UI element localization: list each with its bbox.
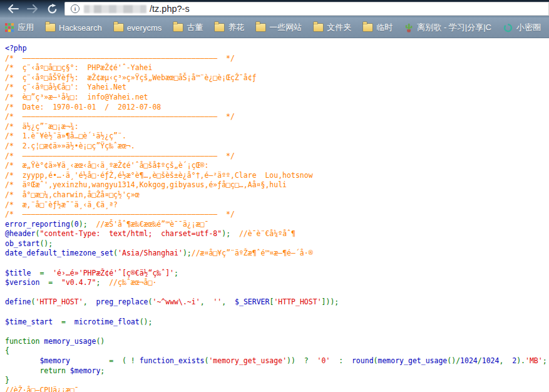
code-line [5,307,549,317]
forward-arrow-icon [27,4,38,13]
code-line [5,259,549,269]
cactus-icon [404,23,413,33]
code-line: ob_start(); [5,239,549,249]
bookmark-item-6[interactable]: 文件夹 [314,22,351,33]
bookmark-label: 一些网站 [269,22,302,33]
code-line: /* —————————————————————————————————————… [5,152,549,162]
page-info-icon[interactable]: i [71,4,80,13]
bookmark-item-9[interactable]: 小密圈 [503,22,541,33]
forward-button[interactable] [26,2,39,16]
folder-icon [173,24,183,31]
bookmark-label: 临时 [376,22,393,33]
folder-icon [314,24,323,31]
bookmark-item-7[interactable]: 临时 [363,22,393,33]
code-line: /* ç¨‹åº□å□□ç§°: PHPæŽ¢é'ˆ-Yahei [5,63,549,73]
bookmark-item-0[interactable]: 应用 [5,22,34,33]
bookmark-label: 离别歌 - 学习|分享|C [417,22,491,33]
code-line: error_reporting(0); //æŠ'åˆ¶æ‰€æœ‰é”™è¯¯… [5,220,549,230]
bookmark-label: 小密圈 [516,22,541,33]
bookmark-item-8[interactable]: 离别歌 - 学习|分享|C [404,22,491,33]
code-line: $version = "v0.4.7"; //ç‰ˆæœ¬å□· [5,278,549,288]
code-line: /* —————————————————————————————————————… [5,54,549,64]
code-line: /* zyypp,é•…·ä¸'é½å□·éƒŽ,é½æ°è¶…,è□šèš±è… [5,171,549,181]
code-line: date_default_timezone_set('Asia/Shanghai… [5,249,549,259]
code-line: } [5,376,549,386]
folder-icon [114,24,123,31]
ring-icon [503,23,513,33]
code-area: <?php/* ————————————————————————————————… [0,38,549,392]
bookmark-label: 应用 [18,22,34,33]
code-line: @header("content-Type: text/html; charse… [5,229,549,239]
bookmark-item-1[interactable]: Hacksearch [46,23,102,33]
folder-icon [215,24,224,31]
bookmark-item-5[interactable]: 一些网站 [256,22,302,33]
refresh-button[interactable] [45,2,59,16]
bookmark-label: everycms [127,23,162,33]
url-path-text[interactable]: /tz.php?-s [150,4,190,14]
browser-toolbar: i /tz.php?-s [0,0,549,18]
folder-icon [256,24,265,31]
code-line: /* —————————————————————————————————————… [5,210,549,220]
code-line: $time_start = microtime_float(); [5,317,549,328]
refresh-icon [47,4,58,14]
code-line: /* æ‚¨å□¯èƒ½æ˜¯ä¸‹ä¸€ä¸ª? [5,200,549,210]
bookmark-item-2[interactable]: everycms [114,23,162,33]
code-line: /* æ„Ÿè°¢ä»¥ä¸‹æœ‹å□‹ä¸ºæŽ¢é'ˆå□šå‡ºçš„è… [5,161,549,171]
code-line: /* —————————————————————————————————————… [5,112,549,122]
bookmark-item-3[interactable]: 古董 [173,22,203,33]
code-line: <?php [5,44,549,54]
code-line: //èŽ·å□–CPUä¿¡æ□¯ [5,386,549,392]
code-line: /* ä½¿ç”¨æ□¡æ¬¾: [5,122,549,132]
bookmarks-bar: 应用Hacksearcheverycms古董养花一些网站文件夹临时离别歌 - 学… [0,18,549,38]
code-line: return $memory; [5,366,549,376]
folder-icon [363,24,372,31]
bookmark-label: 养花 [228,22,244,33]
bookmark-item-4[interactable]: 养花 [215,22,244,33]
code-line: /* 1.è¯¥è½¯ä»¶å…□è´¹ä½¿ç”¨. [5,132,549,142]
code-line: /* ç¨‹åº□å¼€å□': Yahei.Net [5,83,549,93]
bookmark-label: Hacksearch [59,23,102,33]
code-line: /* å°□æ□¼,charwin,å□Žå¤□ç½'ç»œ [5,190,549,200]
url-redacted-host [84,5,146,13]
code-line: { [5,346,549,356]
code-line [5,327,549,337]
code-line: $title = 'é›…é»'PHPæŽ¢é'ˆ[ç®€ä½“ç‰ˆ]'; [5,269,549,279]
code-line: /* Date: 1970-01-01 / 2012-07-08 [5,103,549,113]
code-line [5,288,549,298]
code-line: $memory = ( ! function_exists('memory_ge… [5,356,549,366]
code-line: function memory_usage() [5,337,549,347]
code-line: /* äºŒæˆ',yexinzhu,wangyu1314,Kokgog,gib… [5,180,549,190]
code-line: /* 2.ç¦□æ¢ä»»ä½•è¡□ç”Ÿç‰ˆæœ¬. [5,142,549,152]
code-line: /* è□”ç³»æ–¹å¼□: info@Yahei.net [5,93,549,103]
bookmark-label: 古董 [187,22,203,33]
back-button[interactable] [6,2,20,16]
apps-grid-icon [5,23,14,32]
address-bar[interactable]: i /tz.php?-s [64,2,549,16]
code-line: /* ç¨‹åº□åŠŸèƒ½: æŽ¢æµ‹ç³»ç»Ÿçš„Webæœ□åŠ… [5,73,549,83]
back-arrow-icon [8,4,19,13]
folder-icon [46,24,55,31]
code-line: define('HTTP_HOST', preg_replace('~^www\… [5,297,549,307]
bookmark-label: 文件夹 [327,22,351,33]
